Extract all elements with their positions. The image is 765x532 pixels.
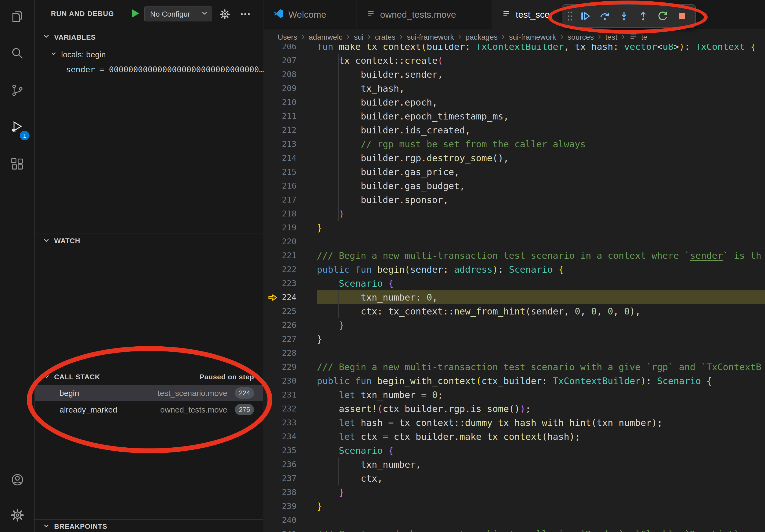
call-stack-frame-already_marked[interactable]: already_markedowned_tests.move275	[35, 401, 263, 418]
gutter[interactable]: 216	[264, 179, 317, 193]
debug-stop-button[interactable]	[673, 7, 691, 25]
code-line-238[interactable]: 238 }	[264, 485, 765, 499]
breadcrumb-item[interactable]: sui-framework	[509, 32, 556, 41]
code-line-225[interactable]: 225 ctx: tx_context::new_from_hint(sende…	[264, 304, 765, 318]
activity-explorer-button[interactable]	[4, 4, 30, 30]
code-line-236[interactable]: 236 txn_number,	[264, 457, 765, 471]
gutter[interactable]: 218	[264, 207, 317, 221]
debug-step-into-button[interactable]	[615, 7, 633, 25]
gutter[interactable]: 223	[264, 276, 317, 290]
variables-section-header[interactable]: VARIABLES	[35, 30, 263, 44]
variable-sender-row[interactable]: sender = 0000000000000000000000000000000…	[66, 63, 264, 76]
code-line-220[interactable]: 220	[264, 235, 765, 249]
activity-extensions-button[interactable]	[4, 152, 30, 178]
code-line-233[interactable]: 233 let hash = tx_context::dummy_tx_hash…	[264, 416, 765, 430]
activity-search-button[interactable]	[4, 41, 30, 67]
debug-step-over-button[interactable]	[596, 7, 614, 25]
call-stack-section-header[interactable]: CALL STACK Paused on step	[35, 370, 263, 384]
gutter[interactable]: 241	[264, 527, 317, 532]
code-area[interactable]: 206fun make_tx_context(builder: TxContex…	[264, 44, 765, 532]
gutter[interactable]: 221	[264, 249, 317, 263]
code-line-218[interactable]: 218 )	[264, 207, 765, 221]
gutter[interactable]: 211	[264, 109, 317, 123]
gutter[interactable]: 212	[264, 123, 317, 137]
call-stack-frame-begin[interactable]: begintest_scenario.move224	[35, 385, 263, 401]
gutter[interactable]: 220	[264, 235, 317, 249]
breadcrumb-item[interactable]: sources	[567, 32, 594, 41]
debug-config-dropdown[interactable]: No Configur	[144, 6, 212, 21]
code-line-216[interactable]: 216 builder.gas_budget,	[264, 179, 765, 193]
breadcrumb-item[interactable]: test	[605, 32, 617, 41]
debug-continue-button[interactable]	[576, 7, 594, 25]
tab-Welcome[interactable]: Welcome	[264, 0, 357, 30]
gutter[interactable]: 235	[264, 443, 317, 457]
code-line-241[interactable]: 241/// Creates and shares system objects…	[264, 527, 765, 532]
gutter[interactable]: 238	[264, 485, 317, 499]
gutter[interactable]: 240	[264, 513, 317, 527]
breadcrumb-item[interactable]: Users	[278, 32, 297, 41]
gutter[interactable]: 227	[264, 332, 317, 346]
code-line-230[interactable]: 230public fun begin_with_context(ctx_bui…	[264, 374, 765, 388]
gutter[interactable]: 232	[264, 402, 317, 416]
gutter[interactable]: 228	[264, 346, 317, 360]
gutter[interactable]: 206	[264, 44, 317, 54]
code-line-221[interactable]: 221/// Begin a new multi-transaction tes…	[264, 249, 765, 263]
toolbar-drag-handle[interactable]	[567, 10, 573, 23]
activity-account-button[interactable]	[4, 468, 30, 493]
gutter[interactable]: 214	[264, 151, 317, 165]
code-line-207[interactable]: 207 tx_context::create(	[264, 54, 765, 68]
breadcrumb-item[interactable]: packages	[465, 32, 497, 41]
gutter[interactable]: 231	[264, 388, 317, 402]
gutter[interactable]: 215	[264, 165, 317, 179]
gutter[interactable]: 234	[264, 430, 317, 443]
breadcrumb-item[interactable]: sui-framework	[407, 32, 454, 41]
gutter[interactable]: 207	[264, 54, 317, 68]
breadcrumb-file[interactable]: te	[629, 31, 647, 42]
code-line-206[interactable]: 206fun make_tx_context(builder: TxContex…	[264, 44, 765, 54]
watch-section-header[interactable]: WATCH	[35, 234, 263, 247]
activity-settings-button[interactable]	[4, 503, 30, 529]
code-line-235[interactable]: 235 Scenario {	[264, 443, 765, 457]
code-line-215[interactable]: 215 builder.gas_price,	[264, 165, 765, 179]
gutter[interactable]: 233	[264, 416, 317, 430]
gutter[interactable]: 209	[264, 82, 317, 95]
code-line-240[interactable]: 240	[264, 513, 765, 527]
gutter[interactable]: 213	[264, 137, 317, 151]
code-line-219[interactable]: 219}	[264, 221, 765, 235]
code-line-232[interactable]: 232 assert!(ctx_builder.rgp.is_some());	[264, 402, 765, 416]
code-line-234[interactable]: 234 let ctx = ctx_builder.make_tx_contex…	[264, 430, 765, 443]
gutter[interactable]: 210	[264, 95, 317, 109]
code-line-223[interactable]: 223 Scenario {	[264, 276, 765, 290]
scope-locals-row[interactable]: locals: begin	[35, 47, 263, 61]
gutter[interactable]: 230	[264, 374, 317, 388]
activity-source-control-button[interactable]	[4, 78, 30, 104]
gutter[interactable]: 239	[264, 499, 317, 513]
gutter[interactable]: 208	[264, 68, 317, 82]
debug-restart-button[interactable]	[653, 7, 672, 25]
code-line-208[interactable]: 208 builder.sender,	[264, 68, 765, 82]
breadcrumb-item[interactable]: crates	[375, 32, 395, 41]
code-line-222[interactable]: 222public fun begin(sender: address): Sc…	[264, 263, 765, 276]
code-line-213[interactable]: 213 // rgp must be set from the caller a…	[264, 137, 765, 151]
gutter[interactable]: 224	[264, 290, 317, 304]
debug-settings-gear-icon[interactable]	[219, 9, 231, 22]
code-line-211[interactable]: 211 builder.epoch_timestamp_ms,	[264, 109, 765, 123]
gutter[interactable]: 217	[264, 193, 317, 207]
gutter[interactable]: 236	[264, 457, 317, 471]
gutter[interactable]: 219	[264, 221, 317, 235]
code-line-231[interactable]: 231 let txn_number = 0;	[264, 388, 765, 402]
breadcrumb-item[interactable]: adamwelc	[309, 32, 343, 41]
breadcrumb[interactable]: Users›adamwelc›sui›crates›sui-framework›…	[264, 30, 765, 44]
breakpoints-section-header[interactable]: BREAKPOINTS	[35, 519, 263, 532]
gutter[interactable]: 237	[264, 471, 317, 485]
code-line-214[interactable]: 214 builder.rgp.destroy_some(),	[264, 151, 765, 165]
breadcrumb-item[interactable]: sui	[354, 32, 364, 41]
code-line-228[interactable]: 228	[264, 346, 765, 360]
code-line-237[interactable]: 237 ctx,	[264, 471, 765, 485]
code-line-212[interactable]: 212 builder.ids_created,	[264, 123, 765, 137]
tab-owned_tests.move[interactable]: owned_tests.move	[357, 0, 492, 30]
code-line-209[interactable]: 209 tx_hash,	[264, 82, 765, 95]
gutter[interactable]: 229	[264, 360, 317, 374]
code-line-224[interactable]: 224 txn_number: 0,	[264, 290, 765, 304]
gutter[interactable]: 222	[264, 263, 317, 276]
